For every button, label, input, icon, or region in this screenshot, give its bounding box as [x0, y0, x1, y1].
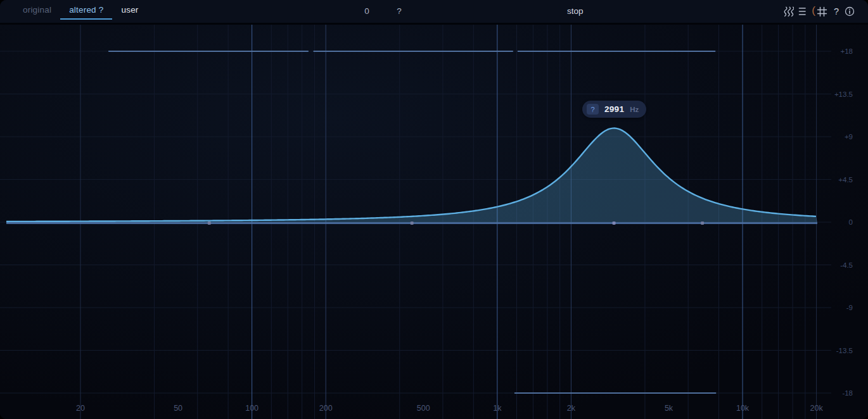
y-axis-label: +4.5 [838, 176, 853, 184]
grid-icon[interactable] [816, 0, 827, 23]
eq-band-handle[interactable] [411, 222, 414, 225]
eq-band-handle[interactable] [701, 222, 704, 225]
stop-button[interactable]: stop [561, 0, 590, 23]
x-axis-label: 20k [810, 404, 824, 413]
eq-band-handle[interactable] [208, 222, 211, 225]
y-axis-label: 0 [849, 218, 853, 226]
eq-trainer-window: +18+13.5+9+4.50-4.5-9-13.5-1820501002005… [0, 0, 868, 419]
x-axis-label: 100 [245, 404, 258, 413]
mode-tabs: original altered ? user [14, 0, 148, 23]
y-axis-label: +18 [840, 47, 853, 55]
top-toolbar: original altered ? user 0 ? stop [0, 0, 868, 25]
tooltip-question-badge: ? [587, 104, 599, 115]
eq-band-handle[interactable] [613, 222, 616, 225]
y-axis-label: -9 [846, 304, 853, 311]
y-axis-label: -18 [842, 389, 853, 397]
info-icon[interactable] [844, 0, 855, 23]
tab-original[interactable]: original [14, 0, 60, 18]
score-counter: 0 [359, 0, 374, 23]
y-axis-label: +9 [845, 133, 853, 141]
sound-waves-icon[interactable] [782, 0, 795, 23]
x-axis-label: 20 [76, 404, 85, 413]
x-axis-label: 2k [567, 404, 576, 413]
x-axis-label: 500 [417, 404, 430, 413]
left-paren-accent: ( [811, 0, 816, 23]
tooltip-badge-glyph: ? [590, 106, 594, 113]
y-axis-label: +13.5 [834, 91, 853, 98]
x-axis-label: 1k [493, 404, 502, 413]
x-axis-label: 5k [665, 404, 673, 413]
x-axis-label: 10k [736, 404, 750, 413]
help-icon[interactable]: ? [831, 0, 841, 23]
tooltip-frequency-unit: Hz [630, 106, 639, 113]
tooltip-frequency-value: 2991 [604, 104, 624, 114]
score-question-counter: ? [392, 0, 407, 23]
eq-spectrum-chart[interactable]: +18+13.5+9+4.50-4.5-9-13.5-1820501002005… [0, 0, 868, 419]
list-icon[interactable] [797, 0, 807, 23]
x-axis-label: 50 [174, 404, 182, 413]
tab-user[interactable]: user [112, 0, 147, 18]
frequency-tooltip: ? 2991 Hz [582, 101, 646, 118]
x-axis-label: 200 [319, 404, 333, 413]
tab-altered[interactable]: altered ? [60, 0, 112, 20]
y-axis-label: -13.5 [836, 347, 853, 354]
y-axis-label: -4.5 [840, 261, 853, 269]
